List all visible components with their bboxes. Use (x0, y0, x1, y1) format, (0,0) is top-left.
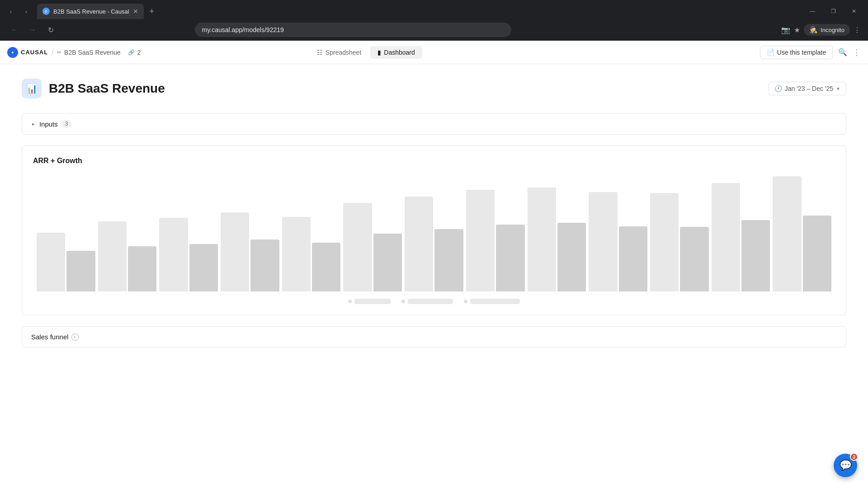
info-icon[interactable]: i (71, 333, 79, 341)
tab-favicon: C (42, 8, 50, 15)
header-tabs: ☷ Spreadsheet ▮ Dashboard (310, 46, 422, 59)
links-count: 2 (137, 49, 141, 56)
tab-title: B2B SaaS Revenue - Causal (53, 8, 129, 15)
bar-12b (741, 220, 770, 291)
legend-label-1 (354, 299, 391, 304)
window-controls: — ❐ ✕ (802, 4, 868, 19)
bar-5a (282, 217, 311, 291)
bookmark-icon[interactable]: ★ (794, 26, 800, 34)
bar-10a (589, 192, 617, 291)
inputs-section-header[interactable]: ► Inputs 3 (22, 113, 846, 134)
inputs-section: ► Inputs 3 (22, 113, 846, 135)
back-button[interactable]: ← (7, 23, 22, 37)
bar-8a (466, 190, 495, 291)
inputs-label: Inputs (39, 120, 58, 128)
bar-6b (373, 234, 402, 291)
incognito-label: Incognito (821, 27, 844, 33)
bar-1a (37, 233, 65, 291)
bar-group-1 (37, 233, 95, 291)
tab-close-button[interactable]: ✕ (133, 8, 138, 15)
bar-10b (619, 226, 647, 291)
use-template-button[interactable]: 📄 Use this template (760, 46, 833, 59)
maximize-button[interactable]: ❐ (823, 4, 844, 19)
bar-group-6 (343, 203, 402, 291)
more-options-icon[interactable]: ⋮ (853, 47, 861, 57)
calendar-icon: 🕐 (774, 85, 782, 92)
bar-4b (250, 239, 279, 291)
logo-icon: ● (7, 47, 18, 58)
bar-13b (803, 216, 831, 291)
date-range-selector[interactable]: 🕐 Jan '23 – Dec '25 ▼ (769, 82, 846, 95)
tab-back-button[interactable]: ‹ (4, 4, 18, 19)
chart-title: ARR + Growth (33, 157, 835, 165)
inputs-chevron-icon: ► (31, 122, 36, 127)
spreadsheet-icon: ☷ (317, 49, 323, 56)
edit-icon: ✏ (57, 49, 61, 56)
bar-1b (66, 251, 95, 291)
bar-group-9 (528, 188, 586, 291)
address-right-icons: 📷 ★ 🕵 Incognito ⋮ (781, 24, 861, 36)
bar-12a (712, 183, 740, 291)
chart-bars-area (33, 174, 835, 291)
dashboard-tab-label: Dashboard (384, 49, 415, 56)
search-icon[interactable]: 🔍 (838, 48, 847, 56)
bar-3b (189, 244, 218, 291)
bar-group-13 (773, 176, 831, 291)
causal-logo[interactable]: ● CAUSAL (7, 47, 48, 58)
url-text: my.causal.app/models/92219 (202, 26, 284, 33)
camera-icon[interactable]: 📷 (781, 26, 790, 34)
legend-dot-3 (464, 300, 467, 303)
legend-dot-2 (401, 300, 405, 303)
bar-7b (434, 229, 463, 291)
bar-group-5 (282, 217, 341, 291)
chat-widget-button[interactable]: 💬 3 (834, 454, 857, 477)
minimize-button[interactable]: — (802, 4, 823, 19)
browser-tab-active[interactable]: C B2B SaaS Revenue - Causal ✕ (37, 4, 144, 19)
tab-forward-button[interactable]: › (19, 4, 33, 19)
close-button[interactable]: ✕ (844, 4, 864, 19)
bar-7a (405, 197, 433, 291)
forward-button[interactable]: → (25, 23, 40, 37)
sales-funnel-header: Sales funnel i (22, 327, 846, 347)
sales-funnel-section: Sales funnel i (22, 326, 846, 347)
breadcrumb-model[interactable]: ✏ B2B SaaS Revenue (57, 49, 121, 56)
bar-6a (343, 203, 372, 291)
bar-group-3 (159, 218, 218, 291)
header-right: 📄 Use this template 🔍 ⋮ (760, 46, 861, 59)
bar-5b (312, 243, 340, 291)
chart-legend (33, 299, 835, 304)
reload-button[interactable]: ↻ (43, 23, 58, 37)
date-range-label: Jan '23 – Dec '25 (785, 85, 833, 92)
url-bar[interactable]: my.causal.app/models/92219 (195, 23, 511, 37)
breadcrumb-model-label: B2B SaaS Revenue (64, 49, 121, 56)
bar-group-2 (98, 221, 157, 291)
sales-funnel-title: Sales funnel (31, 333, 69, 341)
bar-8b (496, 225, 524, 291)
legend-dot-1 (348, 300, 352, 303)
legend-item-2 (401, 299, 453, 304)
incognito-button[interactable]: 🕵 Incognito (804, 24, 850, 36)
tab-spreadsheet[interactable]: ☷ Spreadsheet (310, 46, 368, 59)
arr-growth-chart-card: ARR + Growth (22, 145, 846, 315)
tab-bar: ‹ › C B2B SaaS Revenue - Causal ✕ + — ❐ … (0, 0, 868, 19)
legend-item-3 (464, 299, 520, 304)
bar-9a (528, 188, 556, 291)
tab-dashboard[interactable]: ▮ Dashboard (370, 46, 422, 59)
legend-label-3 (470, 299, 520, 304)
bar-2a (98, 221, 127, 291)
logo-text: CAUSAL (21, 49, 48, 56)
template-icon: 📄 (767, 49, 774, 56)
bar-2b (128, 246, 156, 291)
bar-group-10 (589, 192, 647, 291)
inputs-count-badge: 3 (61, 120, 72, 128)
bar-group-4 (221, 212, 279, 291)
breadcrumb-links[interactable]: 🔗 2 (128, 49, 141, 56)
legend-item-1 (348, 299, 391, 304)
menu-icon[interactable]: ⋮ (854, 26, 861, 34)
new-tab-button[interactable]: + (146, 5, 158, 18)
page-content: 📊 B2B SaaS Revenue 🕐 Jan '23 – Dec '25 ▼… (0, 64, 868, 488)
chat-badge: 3 (850, 453, 858, 461)
model-header: 📊 B2B SaaS Revenue 🕐 Jan '23 – Dec '25 ▼ (22, 79, 846, 99)
bar-4a (221, 212, 249, 291)
chevron-down-icon: ▼ (836, 86, 840, 91)
